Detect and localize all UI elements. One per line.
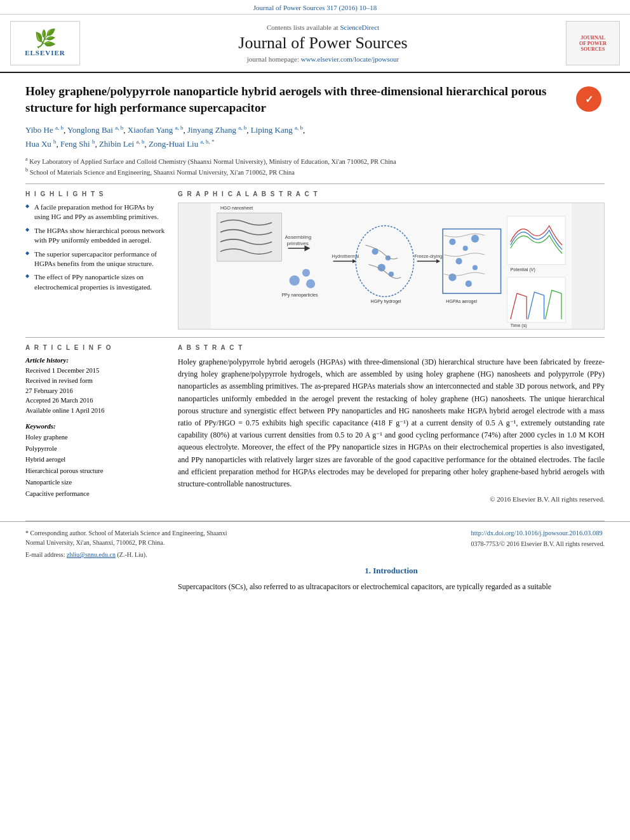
affiliations: a Key Laboratory of Applied Surface and …	[25, 156, 605, 178]
abstract-column: A B S T R A C T Holey graphene/polypyrro…	[178, 344, 605, 503]
intro-heading: 1. Introduction	[178, 566, 605, 576]
journal-title: Journal of Power Sources	[86, 34, 560, 53]
highlights-abstract-section: H I G H L I G H T S A facile preparation…	[25, 183, 605, 330]
article-info-title: A R T I C L E I N F O	[25, 344, 165, 351]
history-revised-date: 27 February 2016	[25, 386, 165, 396]
journal-logo: JOURNALOF POWERSOURCES	[566, 21, 620, 65]
author-liping: Liping Kang	[251, 126, 293, 135]
highlights-column: H I G H L I G H T S A facile preparation…	[25, 190, 165, 330]
svg-point-27	[471, 235, 479, 243]
svg-point-8	[290, 276, 300, 286]
journal-header: 🌿 ELSEVIER Contents lists available at S…	[0, 15, 630, 73]
crossmark-badge[interactable]: ✓	[573, 83, 605, 115]
history-accepted: Accepted 26 March 2016	[25, 396, 165, 406]
author-email-link[interactable]: zhliu@snnu.edu.cn	[67, 551, 116, 558]
graphical-abstract-column: G R A P H I C A L A B S T R A C T HGO na…	[178, 190, 605, 330]
author-jinyang: Jinyang Zhang	[187, 126, 236, 135]
article-title: Holey graphene/polypyrrole nanoparticle …	[25, 83, 605, 116]
svg-point-30	[448, 274, 456, 281]
highlights-title: H I G H L I G H T S	[25, 190, 165, 197]
article-info-column: A R T I C L E I N F O Article history: R…	[25, 344, 165, 503]
homepage-line: journal homepage: www.elsevier.com/locat…	[86, 55, 560, 63]
footer-right: http://dx.doi.org/10.1016/j.jpowsour.201…	[471, 528, 605, 549]
abstract-text: Holey graphene/polypyrrole hybrid aeroge…	[178, 356, 605, 490]
keyword-6: Capacitive performance	[25, 488, 165, 500]
abstract-title: A B S T R A C T	[178, 344, 605, 351]
intro-left-spacer	[25, 566, 165, 593]
corresponding-author-note: * Corresponding author. School of Materi…	[25, 528, 229, 547]
intro-cols: 1. Introduction Supercapacitors (SCs), a…	[25, 566, 605, 593]
keywords-title: Keywords:	[25, 422, 165, 430]
svg-text:primitives: primitives	[287, 241, 309, 246]
svg-point-29	[473, 265, 478, 270]
sciencedirect-link[interactable]: ScienceDirect	[340, 23, 379, 31]
issn-line: 0378-7753/© 2016 Elsevier B.V. All right…	[471, 539, 605, 549]
graphical-abstract-image: HGO nanosheet Assembling primitives PPy …	[178, 203, 605, 330]
author-yonglong: Yonglong Bai	[67, 126, 113, 135]
author-feng: Feng Shi	[60, 140, 90, 149]
svg-text:Time (s): Time (s)	[511, 323, 527, 328]
email-line: E-mail address: zhliu@snnu.edu.cn (Z.-H.…	[25, 550, 229, 559]
author-yibo: Yibo He	[25, 126, 53, 135]
svg-point-26	[463, 246, 468, 251]
journal-citation-text: Journal of Power Sources 317 (2016) 10–1…	[253, 4, 377, 11]
svg-point-19	[389, 272, 394, 277]
svg-text:HGPAs aerogel: HGPAs aerogel	[446, 299, 477, 304]
author-hua: Hua Xu	[25, 140, 51, 149]
svg-text:Potential (V): Potential (V)	[511, 267, 535, 272]
introduction-section: 1. Introduction Supercapacitors (SCs), a…	[0, 566, 630, 603]
doi-link[interactable]: http://dx.doi.org/10.1016/j.jpowsour.201…	[471, 530, 603, 537]
svg-text:Assembling: Assembling	[285, 234, 311, 240]
svg-point-9	[302, 269, 310, 277]
keyword-5: Nanoparticle size	[25, 477, 165, 488]
footer-left: * Corresponding author. School of Materi…	[25, 528, 229, 559]
page-footer: * Corresponding author. School of Materi…	[0, 521, 630, 566]
history-received: Received 1 December 2015	[25, 366, 165, 376]
history-online: Available online 1 April 2016	[25, 406, 165, 416]
keyword-3: Hybrid aerogel	[25, 454, 165, 465]
journal-logo-placeholder: JOURNALOF POWERSOURCES	[577, 32, 609, 55]
article-info-abstract-section: A R T I C L E I N F O Article history: R…	[25, 337, 605, 503]
keyword-4: Hierarchical porous structure	[25, 465, 165, 477]
svg-point-28	[456, 258, 462, 264]
svg-point-31	[466, 281, 472, 287]
intro-text: Supercapacitors (SCs), also referred to …	[178, 581, 605, 593]
journal-header-center: Contents lists available at ScienceDirec…	[86, 23, 560, 63]
main-content: Holey graphene/polypyrrole nanoparticle …	[0, 73, 630, 521]
intro-right-content: 1. Introduction Supercapacitors (SCs), a…	[178, 566, 605, 593]
graphical-abstract-title: G R A P H I C A L A B S T R A C T	[178, 190, 605, 197]
keyword-1: Holey graphene	[25, 432, 165, 443]
svg-point-25	[449, 239, 455, 245]
crossmark-icon: ✓	[576, 86, 601, 112]
homepage-link[interactable]: www.elsevier.com/locate/jpowsour	[301, 55, 399, 63]
author-xiaofan: Xiaofan Yang	[128, 126, 173, 135]
keyword-2: Polypyrrole	[25, 443, 165, 455]
svg-text:Freeze-drying: Freeze-drying	[415, 254, 443, 259]
history-revised-label: Received in revised form	[25, 376, 165, 386]
elsevier-logo: 🌿 ELSEVIER	[10, 21, 80, 65]
highlight-item-1: A facile preparation method for HGPAs by…	[25, 203, 165, 222]
sciencedirect-line: Contents lists available at ScienceDirec…	[86, 23, 560, 31]
keywords-section: Keywords: Holey graphene Polypyrrole Hyb…	[25, 422, 165, 500]
svg-text:✓: ✓	[585, 94, 593, 105]
author-zonghuai: Zong-Huai Liu	[149, 140, 198, 149]
svg-point-10	[306, 279, 315, 288]
elsevier-tree-icon: 🌿	[34, 30, 57, 48]
highlights-list: A facile preparation method for HGPAs by…	[25, 203, 165, 292]
journal-citation-bar: Journal of Power Sources 317 (2016) 10–1…	[0, 0, 630, 15]
svg-text:PPy nanoparticles: PPy nanoparticles	[281, 293, 318, 298]
authors-line: Yibo He a, b, Yonglong Bai a, b, Xiaofan…	[25, 123, 605, 151]
svg-text:Hydrothermal: Hydrothermal	[332, 254, 359, 259]
svg-rect-35	[507, 277, 565, 323]
svg-text:HGPy hydrogel: HGPy hydrogel	[371, 299, 402, 304]
svg-text:HGO nanosheet: HGO nanosheet	[220, 206, 253, 211]
author-zhibin: Zhibin Lei	[99, 140, 134, 149]
highlight-item-3: The superior supercapacitor performance …	[25, 250, 165, 269]
elsevier-label: ELSEVIER	[25, 49, 65, 57]
history-title: Article history:	[25, 356, 165, 364]
article-history: Article history: Received 1 December 201…	[25, 356, 165, 416]
highlight-item-2: The HGPAs show hierarchical porous netwo…	[25, 226, 165, 246]
copyright-line: © 2016 Elsevier B.V. All rights reserved…	[178, 495, 605, 503]
highlight-item-4: The effect of PPy nanoparticle sizes on …	[25, 272, 165, 292]
